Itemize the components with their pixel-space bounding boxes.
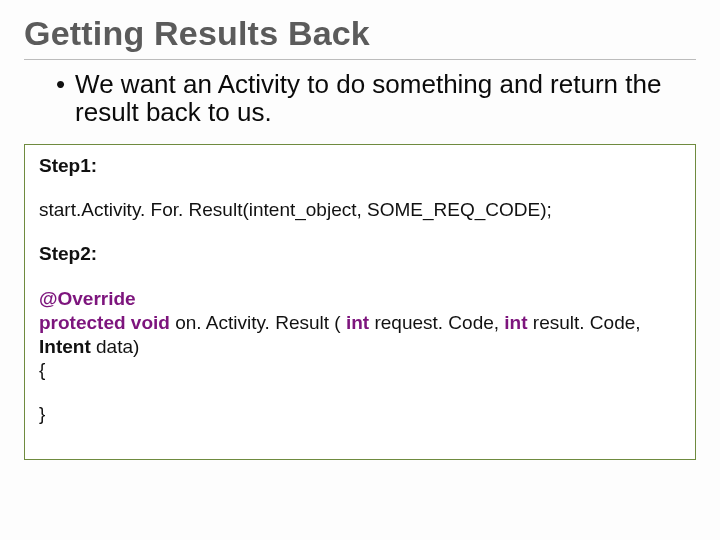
bullet-dot-icon: • xyxy=(56,70,65,98)
code-box: Step1: start.Activity. For. Result(inten… xyxy=(24,144,696,460)
keyword-override: @Override xyxy=(39,288,136,309)
type-intent: Intent xyxy=(39,336,91,357)
step2-label: Step2: xyxy=(39,243,681,265)
arg-data: data) xyxy=(96,336,139,357)
code-override: @Override xyxy=(39,287,681,311)
code-step1: start.Activity. For. Result(intent_objec… xyxy=(39,199,681,221)
arg-resultcode: result. Code, xyxy=(533,312,641,333)
keyword-void: void xyxy=(131,312,170,333)
brace-close: } xyxy=(39,403,681,425)
method-name: on. Activity. Result ( xyxy=(175,312,340,333)
keyword-int-1: int xyxy=(346,312,369,333)
brace-open: { xyxy=(39,359,681,381)
arg-requestcode: request. Code, xyxy=(374,312,504,333)
slide-title: Getting Results Back xyxy=(24,14,696,60)
bullet-text: We want an Activity to do something and … xyxy=(75,70,690,126)
keyword-protected: protected xyxy=(39,312,126,333)
step1-label: Step1: xyxy=(39,155,681,177)
code-signature: protected void on. Activity. Result ( in… xyxy=(39,311,681,359)
bullet-item: • We want an Activity to do something an… xyxy=(24,66,696,144)
keyword-int-2: int xyxy=(504,312,527,333)
